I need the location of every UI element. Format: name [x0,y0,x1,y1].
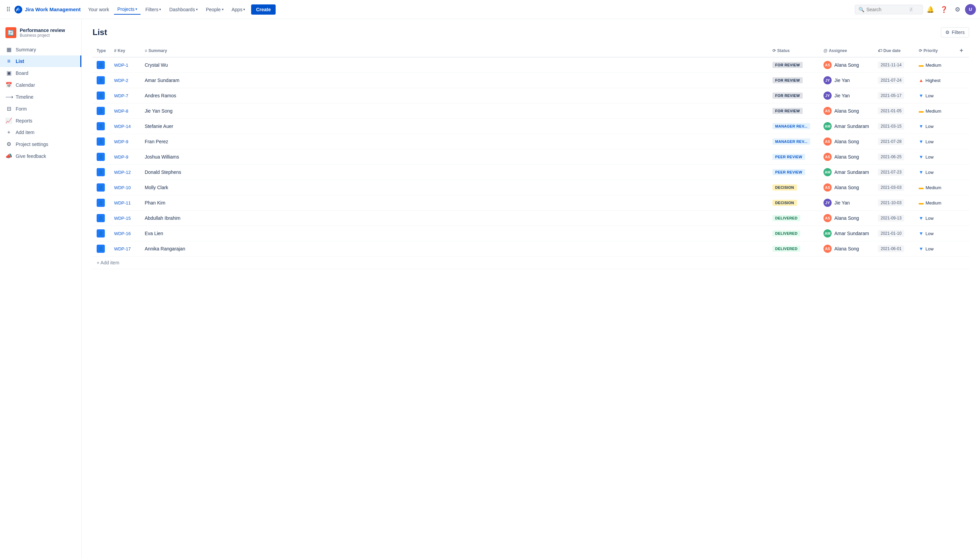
priority-icon-3: ▬ [919,108,924,114]
sidebar-item-add-item[interactable]: + Add item [0,126,81,138]
cell-duedate-7: 2021-07-23 [874,165,915,180]
sidebar-item-summary[interactable]: ▦ Summary [0,44,81,56]
sidebar-item-label-calendar: Calendar [16,82,35,88]
table-row[interactable]: 👤 WDP-17 Annika Rangarajan DELIVERED AS … [92,241,969,256]
dashboards-nav[interactable]: Dashboards ▾ [166,5,201,14]
project-icon: 🔄 [5,27,16,38]
cell-priority-6: ▼ Low [915,149,955,165]
cell-type-7: 👤 [92,165,110,180]
search-bar[interactable]: 🔍 / [855,5,923,14]
sidebar-item-calendar[interactable]: 📅 Calendar [0,79,81,91]
cell-add-12 [955,241,969,256]
cell-add-8 [955,180,969,195]
sidebar-item-board[interactable]: ▣ Board [0,67,81,79]
cell-summary-12: Annika Rangarajan [141,241,768,256]
table-row[interactable]: 👤 WDP-10 Molly Clark DECISION AS Alana S… [92,180,969,195]
th-add-col[interactable]: + [955,44,969,57]
sidebar-item-project-settings[interactable]: ⚙ Project settings [0,138,81,150]
cell-status-9: DECISION [768,195,819,211]
notifications-button[interactable]: 🔔 [924,3,936,16]
table-row[interactable]: 👤 WDP-8 Jie Yan Song FOR REVIEW AS Alana… [92,103,969,119]
assignee-avatar-7: AM [824,168,832,176]
cell-status-12: DELIVERED [768,241,819,256]
key-link-9[interactable]: WDP-11 [114,200,131,205]
key-link-1[interactable]: WDP-2 [114,78,128,83]
cell-assignee-5: AS Alana Song [819,134,874,149]
assignee-name-9: Jie Yan [834,200,850,205]
sidebar-item-reports[interactable]: 📈 Reports [0,115,81,126]
cell-type-4: 👤 [92,119,110,134]
cell-summary-6: Joshua Williams [141,149,768,165]
key-link-0[interactable]: WDP-1 [114,62,128,68]
table-row[interactable]: 👤 WDP-12 Donald Stephens PEER REVIEW AM … [92,165,969,180]
sidebar-item-timeline[interactable]: ⟶ Timeline [0,91,81,103]
cell-summary-10: Abdullah Ibrahim [141,211,768,226]
table-row[interactable]: 👤 WDP-2 Amar Sundaram FOR REVIEW JY Jie … [92,73,969,88]
cell-key-1: WDP-2 [110,73,141,88]
cell-type-10: 👤 [92,211,110,226]
projects-nav[interactable]: Projects ▾ [114,5,141,15]
cell-key-2: WDP-7 [110,88,141,103]
cell-summary-8: Molly Clark [141,180,768,195]
cell-key-5: WDP-9 [110,134,141,149]
key-link-10[interactable]: WDP-15 [114,216,131,221]
filters-button[interactable]: ⚙ Filters [941,27,969,38]
priority-cell-4: ▼ Low [919,123,951,129]
key-link-4[interactable]: WDP-14 [114,124,131,129]
summary-icon: ▦ [5,46,12,53]
key-link-2[interactable]: WDP-7 [114,93,128,98]
key-link-8[interactable]: WDP-10 [114,185,131,190]
priority-cell-12: ▼ Low [919,246,951,251]
your-work-nav[interactable]: Your work [85,5,113,14]
cell-status-0: FOR REVIEW [768,57,819,73]
table-row[interactable]: 👤 WDP-9 Fran Perez MANAGER REV... AS Ala… [92,134,969,149]
cell-type-9: 👤 [92,195,110,211]
key-link-11[interactable]: WDP-16 [114,231,131,236]
grid-icon[interactable]: ⠿ [4,4,13,15]
priority-label-11: Low [926,231,934,236]
assignee-avatar-11: AM [824,229,832,238]
logo[interactable]: Jira Work Management [14,5,80,14]
sidebar-item-give-feedback[interactable]: 📣 Give feedback [0,150,81,162]
key-link-3[interactable]: WDP-8 [114,108,128,114]
search-icon: 🔍 [859,7,864,12]
user-avatar[interactable]: U [965,4,976,15]
help-button[interactable]: ❓ [938,3,950,16]
priority-cell-6: ▼ Low [919,154,951,159]
table-row[interactable]: 👤 WDP-1 Crystal Wu FOR REVIEW AS Alana S… [92,57,969,73]
assignee-avatar-3: AS [824,107,832,115]
due-date-badge-4: 2021-03-15 [878,123,904,130]
cell-assignee-4: AM Amar Sundaram [819,119,874,134]
filters-nav[interactable]: Filters ▾ [142,5,164,14]
add-item-button[interactable]: + Add item [97,260,120,265]
type-icon-1: 👤 [97,76,105,84]
key-link-5[interactable]: WDP-9 [114,139,128,144]
table-row[interactable]: 👤 WDP-9 Joshua Williams PEER REVIEW AS A… [92,149,969,165]
key-link-6[interactable]: WDP-9 [114,154,128,159]
cell-priority-8: ▬ Medium [915,180,955,195]
table-row[interactable]: 👤 WDP-16 Eva Lien DELIVERED AM Amar Sund… [92,226,969,241]
sidebar-item-form[interactable]: ⊟ Form [0,103,81,115]
due-date-badge-5: 2021-07-28 [878,138,904,145]
people-nav[interactable]: People ▾ [202,5,227,14]
list-table: Type # Key ≡ Summary ⟳ Status @ Assignee [92,44,969,256]
filter-icon: ⚙ [945,30,950,35]
table-row[interactable]: 👤 WDP-11 Phan Kim DECISION JY Jie Yan 20… [92,195,969,211]
key-link-7[interactable]: WDP-12 [114,170,131,175]
key-link-12[interactable]: WDP-17 [114,246,131,251]
sidebar-item-list[interactable]: ≡ List [0,56,81,67]
search-input[interactable] [866,7,907,12]
cell-assignee-1: JY Jie Yan [819,73,874,88]
settings-button[interactable]: ⚙ [951,3,964,16]
assignee-name-1: Jie Yan [834,77,850,83]
add-column-icon[interactable]: + [960,47,963,54]
type-icon-10: 👤 [97,214,105,222]
table-row[interactable]: 👤 WDP-15 Abdullah Ibrahim DELIVERED AS A… [92,211,969,226]
table-row[interactable]: 👤 WDP-7 Andres Ramos FOR REVIEW JY Jie Y… [92,88,969,103]
apps-nav[interactable]: Apps ▾ [228,5,249,14]
cell-key-6: WDP-9 [110,149,141,165]
create-button[interactable]: Create [251,5,276,15]
priority-icon-5: ▼ [919,139,924,144]
due-date-badge-3: 2021-01-05 [878,108,904,114]
table-row[interactable]: 👤 WDP-14 Stefanie Auer MANAGER REV... AM… [92,119,969,134]
